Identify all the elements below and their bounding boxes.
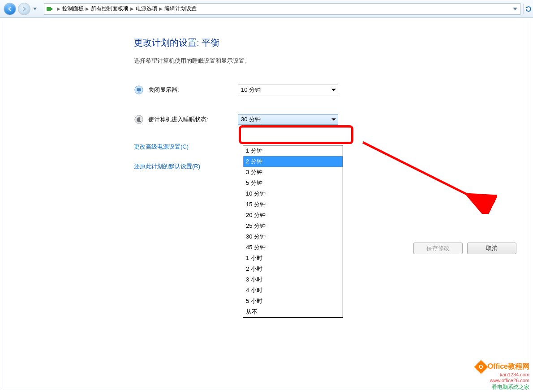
sleep-dropdown-list[interactable]: 1 分钟2 分钟3 分钟5 分钟10 分钟15 分钟20 分钟25 分钟30 分…: [243, 145, 343, 318]
forward-button[interactable]: [18, 3, 30, 15]
sleep-value: 30 分钟: [241, 115, 261, 124]
breadcrumb-item[interactable]: 电源选项: [136, 5, 157, 13]
nav-buttons: [0, 3, 41, 15]
nav-history-dropdown[interactable]: [32, 3, 38, 15]
setting-row-sleep: 使计算机进入睡眠状态: 30 分钟: [134, 114, 524, 125]
page-title: 更改计划的设置: 平衡: [134, 37, 524, 49]
breadcrumb-item[interactable]: 所有控制面板项: [91, 5, 129, 13]
dropdown-option[interactable]: 从不: [243, 307, 343, 317]
dropdown-option[interactable]: 45 分钟: [243, 242, 343, 253]
dropdown-option[interactable]: 20 分钟: [243, 210, 343, 221]
chevron-right-icon: ▶: [159, 6, 163, 11]
explorer-toolbar: ▶ 控制面板 ▶ 所有控制面板项 ▶ 电源选项 ▶ 编辑计划设置: [0, 0, 533, 18]
dropdown-option[interactable]: 25 分钟: [243, 221, 343, 231]
breadcrumb-item[interactable]: 编辑计划设置: [164, 5, 197, 13]
refresh-button[interactable]: [523, 4, 533, 14]
dropdown-option[interactable]: 5 小时: [243, 296, 343, 307]
dropdown-option[interactable]: 3 小时: [243, 274, 343, 285]
chevron-right-icon: ▶: [86, 6, 89, 11]
sleep-label: 使计算机进入睡眠状态:: [148, 115, 238, 124]
chevron-down-icon: [331, 119, 336, 121]
dropdown-option[interactable]: 1 小时: [243, 253, 343, 264]
svg-rect-3: [137, 88, 141, 91]
sleep-combo[interactable]: 30 分钟: [238, 114, 338, 125]
back-button[interactable]: [4, 3, 16, 15]
dropdown-option[interactable]: 3 分钟: [243, 167, 343, 178]
chevron-down-icon[interactable]: [513, 8, 517, 10]
content-panel: 更改计划的设置: 平衡 选择希望计算机使用的睡眠设置和显示设置。 关闭显示器: …: [3, 21, 530, 389]
dropdown-option[interactable]: 2 小时: [243, 264, 343, 274]
display-off-value: 10 分钟: [241, 86, 261, 94]
page-subtitle: 选择希望计算机使用的睡眠设置和显示设置。: [134, 57, 524, 65]
setting-row-display: 关闭显示器: 10 分钟: [134, 85, 524, 95]
dropdown-option[interactable]: 30 分钟: [243, 231, 343, 242]
svg-rect-1: [51, 8, 52, 10]
dropdown-option[interactable]: 4 小时: [243, 285, 343, 296]
save-button[interactable]: 保存修改: [413, 243, 463, 254]
dropdown-option[interactable]: 2 分钟: [243, 156, 343, 167]
watermark-url: www.office26.com: [476, 378, 529, 383]
display-off-label: 关闭显示器:: [148, 86, 238, 94]
watermark-label: 看电脑系统之家: [476, 384, 529, 390]
dropdown-option[interactable]: 5 分钟: [243, 178, 343, 188]
sleep-icon: [134, 115, 144, 124]
arrow-right-icon: [21, 6, 27, 12]
svg-rect-4: [138, 92, 140, 93]
dropdown-option[interactable]: 15 分钟: [243, 199, 343, 210]
chevron-down-icon: [331, 89, 336, 91]
dropdown-option[interactable]: 10 分钟: [243, 188, 343, 199]
watermark-office: OOffice教程网: [476, 362, 529, 372]
breadcrumb-item[interactable]: 控制面板: [62, 5, 84, 13]
arrow-left-icon: [7, 6, 13, 12]
monitor-icon: [134, 85, 144, 95]
watermark-kan: kan1234.com: [476, 372, 529, 378]
cancel-button[interactable]: 取消: [467, 243, 516, 254]
chevron-right-icon: ▶: [130, 6, 134, 11]
display-off-combo[interactable]: 10 分钟: [238, 85, 338, 95]
svg-rect-0: [47, 7, 51, 11]
dropdown-option[interactable]: 1 分钟: [243, 145, 343, 156]
chevron-right-icon: ▶: [57, 6, 60, 11]
dialog-buttons: 保存修改 取消: [413, 243, 516, 254]
refresh-icon: [525, 5, 532, 13]
chevron-down-icon: [33, 8, 37, 10]
power-plan-icon: [46, 5, 53, 13]
watermark: OOffice教程网 kan1234.com www.office26.com …: [476, 362, 529, 390]
address-bar[interactable]: ▶ 控制面板 ▶ 所有控制面板项 ▶ 电源选项 ▶ 编辑计划设置: [44, 3, 520, 15]
